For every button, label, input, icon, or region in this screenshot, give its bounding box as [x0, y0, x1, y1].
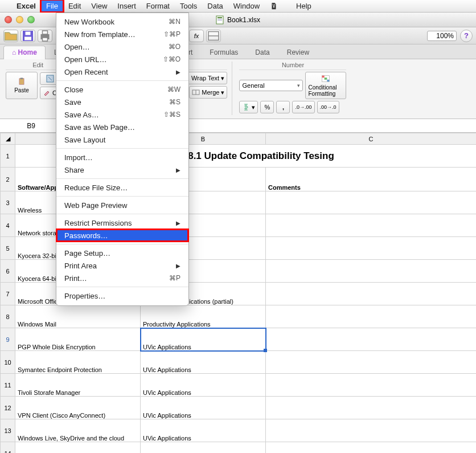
cell[interactable]: UVic Applications	[141, 397, 266, 419]
decrease-decimal-button[interactable]: .00→.0	[317, 101, 339, 113]
cell[interactable]	[266, 397, 477, 419]
menu-reduce-file-size[interactable]: Reduce File Size…	[56, 181, 188, 194]
row-header[interactable]: 5	[1, 237, 15, 260]
menu-save-as[interactable]: Save As…⇧⌘S	[56, 108, 188, 121]
menu-open-recent[interactable]: Open Recent▶	[56, 66, 188, 78]
menu-save-web[interactable]: Save as Web Page…	[56, 121, 188, 133]
cell[interactable]: Productivity Applications	[141, 305, 266, 328]
menu-scripts-icon[interactable]	[265, 0, 283, 12]
zoom-input[interactable]	[427, 31, 457, 41]
cell[interactable]	[266, 283, 477, 305]
cell[interactable]	[266, 351, 477, 374]
menu-open[interactable]: Open…⌘O	[56, 40, 188, 53]
menu-restrict-permissions[interactable]: Restrict Permissions▶	[56, 217, 188, 229]
row-header[interactable]: 10	[1, 351, 15, 374]
menu-properties[interactable]: Properties…	[56, 289, 188, 302]
cell[interactable]	[266, 260, 477, 283]
row-header[interactable]: 8	[1, 305, 15, 328]
selected-cell[interactable]: UVic Applications	[141, 328, 266, 351]
tab-formulas[interactable]: Formulas	[201, 46, 247, 59]
row-header[interactable]: 13	[1, 419, 15, 442]
row-header[interactable]: 4	[1, 214, 15, 237]
merge-button[interactable]: Merge▾	[189, 86, 227, 99]
menu-tools[interactable]: Tools	[175, 0, 202, 12]
cell[interactable]	[266, 214, 477, 237]
qat-print-button[interactable]	[38, 30, 52, 42]
row-header[interactable]: 6	[1, 260, 15, 283]
tab-home[interactable]: Home	[3, 46, 46, 59]
name-box[interactable]: B9	[0, 119, 63, 132]
cell[interactable]: Web Browsers	[141, 442, 266, 454]
menu-print-area[interactable]: Print Area▶	[56, 259, 188, 272]
cell[interactable]: UVic Applications	[141, 351, 266, 374]
svg-rect-3	[218, 20, 222, 21]
qat-open-button[interactable]	[3, 30, 18, 42]
cell[interactable]: Comments	[266, 168, 477, 191]
cell[interactable]: VPN Client (Cisco AnyConnect)	[15, 397, 141, 419]
row-header[interactable]: 9	[1, 328, 15, 351]
comma-button[interactable]: ,	[276, 101, 290, 113]
menu-file[interactable]: File	[41, 0, 63, 12]
increase-decimal-button[interactable]: .0→.00	[292, 101, 314, 113]
currency-button[interactable]: ▾	[239, 101, 258, 113]
number-format-select[interactable]: General▾	[239, 80, 303, 91]
menu-format[interactable]: Format	[141, 0, 175, 12]
menu-share[interactable]: Share▶	[56, 164, 188, 176]
menu-insert[interactable]: Insert	[112, 0, 141, 12]
row-header[interactable]: 12	[1, 397, 15, 419]
row-header[interactable]: 14	[1, 442, 15, 454]
cell[interactable]: Internet Explorer 10	[15, 442, 141, 454]
row-header[interactable]: 3	[1, 191, 15, 214]
row-header[interactable]: 7	[1, 283, 15, 305]
select-all-corner[interactable]: ◢	[1, 133, 15, 145]
tab-data[interactable]: Data	[247, 46, 278, 59]
cell[interactable]	[266, 328, 477, 351]
document-title-text: Book1.xlsx	[227, 16, 260, 24]
cell[interactable]: UVic Applications	[141, 419, 266, 442]
cell[interactable]: UVic Applications	[141, 374, 266, 397]
menu-save[interactable]: Save⌘S	[56, 96, 188, 108]
cell[interactable]	[266, 419, 477, 442]
cell[interactable]	[266, 237, 477, 260]
menu-passwords[interactable]: Passwords…	[56, 229, 188, 242]
menu-new-workbook[interactable]: New Workbook⌘N	[56, 15, 188, 28]
menu-save-layout[interactable]: Save Layout	[56, 133, 188, 146]
cell[interactable]: PGP Whole Disk Encryption	[15, 328, 141, 351]
cell[interactable]: Tivoli Storafe Manager	[15, 374, 141, 397]
menu-close[interactable]: Close⌘W	[56, 83, 188, 96]
cell[interactable]	[266, 305, 477, 328]
cell[interactable]	[266, 442, 477, 454]
menu-edit[interactable]: Edit	[63, 0, 86, 12]
qat-fx-button[interactable]: fx	[189, 30, 204, 42]
menu-data[interactable]: Data	[202, 0, 228, 12]
paste-button[interactable]: Paste	[6, 72, 38, 99]
conditional-formatting-button[interactable]: Conditional Formatting	[305, 72, 346, 99]
cell[interactable]	[266, 374, 477, 397]
menu-web-page-preview[interactable]: Web Page Preview	[56, 199, 188, 211]
cell[interactable]: Symantec Endpoint Protection	[15, 351, 141, 374]
cell[interactable]: Windows 8.1 Update Compatibility Tesing	[141, 145, 477, 168]
menu-window[interactable]: Window	[228, 0, 265, 12]
qat-help-button[interactable]: ?	[460, 30, 473, 42]
cell[interactable]: Windows Mail	[15, 305, 141, 328]
col-header-c[interactable]: C	[266, 133, 477, 145]
menu-print[interactable]: Print…⌘P	[56, 272, 188, 284]
svg-rect-2	[218, 19, 222, 19]
qat-save-button[interactable]	[20, 30, 35, 42]
percent-button[interactable]: %	[260, 101, 274, 113]
menu-page-setup[interactable]: Page Setup…	[56, 247, 188, 259]
row-header[interactable]: 11	[1, 374, 15, 397]
cell[interactable]	[266, 191, 477, 214]
tab-review[interactable]: Review	[278, 46, 318, 59]
app-name[interactable]: Excel	[11, 2, 41, 10]
row-header[interactable]: 2	[1, 168, 15, 191]
cell[interactable]: Windows Live, SkyDrive and the cloud	[15, 419, 141, 442]
qat-show-formula-button[interactable]	[206, 30, 221, 42]
menu-import[interactable]: Import…	[56, 151, 188, 164]
svg-rect-50	[325, 77, 327, 80]
menu-help[interactable]: Help	[291, 0, 317, 12]
menu-view[interactable]: View	[86, 0, 112, 12]
menu-new-from-template[interactable]: New from Template…⇧⌘P	[56, 28, 188, 40]
menu-open-url[interactable]: Open URL…⇧⌘O	[56, 53, 188, 66]
row-header[interactable]: 1	[1, 145, 15, 168]
